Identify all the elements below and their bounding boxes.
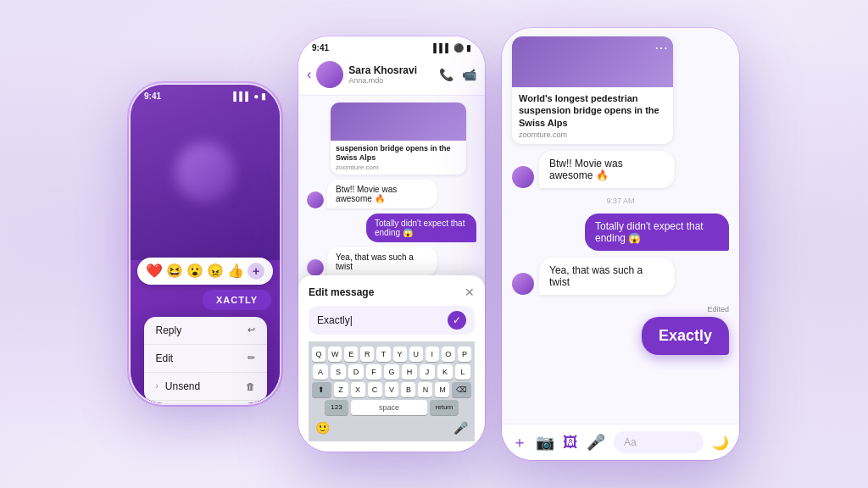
bubble-received-lg-2: Yea, that was such a twist [539, 258, 675, 295]
bubble-received-lg-1: Btw!! Movie was awesome 🔥 [539, 151, 675, 188]
key-z[interactable]: Z [334, 382, 348, 397]
message-sent-lg-1: Totally didn't expect that ending 😱 [512, 214, 729, 251]
context-edit[interactable]: Edit ✏ [144, 345, 267, 373]
key-123[interactable]: 123 [325, 400, 348, 415]
avatar-lg-2 [512, 273, 534, 295]
key-shift[interactable]: ⬆ [312, 382, 331, 397]
reaction-laugh[interactable]: 😆 [166, 263, 183, 279]
key-p[interactable]: P [458, 347, 471, 362]
edit-close-button[interactable]: ✕ [465, 286, 475, 299]
mic-key[interactable]: 🎤 [453, 421, 468, 435]
key-q[interactable]: Q [312, 347, 326, 362]
emoji-key[interactable]: 🙂 [315, 421, 330, 435]
sent-message-bubble-phone1: XACTLY [203, 290, 271, 310]
key-r[interactable]: R [360, 347, 374, 362]
key-d[interactable]: D [348, 364, 364, 380]
unsend-label: Unsend [165, 380, 200, 392]
message-sent-1: Totally didn't expect that ending 😱 [307, 214, 476, 242]
contact-sub: Anna.mdo [348, 76, 434, 85]
key-return[interactable]: return [430, 400, 459, 415]
message-received-lg-2: Yea, that was such a twist [512, 258, 729, 295]
key-backspace[interactable]: ⌫ [452, 382, 471, 397]
link-card-image [331, 103, 466, 141]
edit-modal-title: Edit message [309, 286, 374, 298]
edit-send-button[interactable]: ✓ [448, 311, 466, 330]
back-button[interactable]: ‹ [307, 67, 311, 82]
key-t[interactable]: T [376, 347, 390, 362]
key-y[interactable]: Y [393, 347, 407, 362]
gallery-icon[interactable]: 🖼 [563, 434, 578, 452]
reaction-wow[interactable]: 😮 [186, 263, 203, 279]
key-c[interactable]: C [368, 382, 382, 397]
phone-2: 9:41 ▌▌▌ ⚫ ▮ ‹ Sara Khosravi Anna.mdo 📞 … [298, 36, 485, 452]
key-g[interactable]: G [384, 364, 399, 380]
key-v[interactable]: V [385, 382, 399, 397]
link-card-large: World's longest pedestrian suspension br… [512, 36, 673, 144]
key-f[interactable]: F [366, 364, 381, 380]
link-card-lg-title: World's longest pedestrian suspension br… [519, 92, 666, 129]
reaction-thumbs[interactable]: 👍 [227, 263, 244, 279]
reaction-angry[interactable]: 😠 [207, 263, 224, 279]
key-h[interactable]: H [402, 364, 417, 380]
key-u[interactable]: U [409, 347, 423, 362]
key-k[interactable]: K [437, 364, 453, 380]
key-o[interactable]: O [442, 347, 455, 362]
keyboard-row-1: Q W E R T Y U I O P [312, 347, 471, 362]
key-m[interactable]: M [435, 382, 449, 397]
link-card-domain: zoomture.com [336, 164, 461, 171]
edit-icon: ✏ [248, 352, 255, 363]
edit-modal-header: Edit message ✕ [309, 286, 475, 299]
context-menu-area: ❤️ 😆 😮 😠 👍 + XACTLY Reply ↩ [131, 251, 280, 403]
plus-icon[interactable]: ＋ [512, 432, 527, 452]
keyboard-row-4: 123 space return [312, 400, 471, 415]
blurred-avatar-area [131, 85, 280, 260]
key-e[interactable]: E [344, 347, 358, 362]
signal-icons-phone1: ▌▌▌ ● ▮ [233, 92, 266, 101]
reaction-bar[interactable]: ❤️ 😆 😮 😠 👍 + [137, 258, 273, 285]
message-input[interactable]: Aa [614, 431, 704, 453]
moon-icon[interactable]: 🌙 [712, 435, 729, 451]
keyboard-row-2: A S D F G H J K L [312, 364, 471, 380]
trash-icon: 🗑 [246, 381, 255, 391]
more-reactions-button[interactable]: + [248, 263, 264, 280]
time-phone2: 9:41 [312, 43, 329, 53]
unsend-chevron: › [156, 381, 159, 391]
key-j[interactable]: J [420, 364, 435, 380]
key-space[interactable]: space [351, 400, 427, 415]
edit-text-input[interactable]: Exactly| [317, 314, 442, 326]
status-bar-phone2: 9:41 ▌▌▌ ⚫ ▮ [298, 36, 485, 56]
edit-label: Edit [156, 352, 174, 364]
link-card-lg-body: World's longest pedestrian suspension br… [512, 87, 673, 144]
key-a[interactable]: A [313, 364, 328, 380]
key-x[interactable]: X [351, 382, 365, 397]
context-menu: Reply ↩ Edit ✏ › Unsend 🗑 [144, 317, 267, 403]
link-card-title: suspension bridge opens in the Swiss Alp… [336, 144, 461, 163]
key-s[interactable]: S [331, 364, 346, 380]
contact-name: Sara Khosravi [348, 64, 434, 76]
bubble-sent-1: Totally didn't expect that ending 😱 [366, 214, 476, 242]
keyboard-row-3: ⬆ Z X C V B N M ⌫ [312, 382, 471, 397]
message-received-lg-1: Btw!! Movie was awesome 🔥 [512, 151, 729, 188]
call-icon[interactable]: 📞 [439, 68, 453, 81]
message-received-2: Yea, that was such a twist [307, 247, 476, 276]
context-reply[interactable]: Reply ↩ [144, 317, 267, 345]
video-icon[interactable]: 📹 [462, 68, 476, 81]
context-unsend[interactable]: › Unsend 🗑 [144, 373, 267, 401]
edit-message-modal: Edit message ✕ Exactly| ✓ Q W E R T Y U … [298, 275, 485, 452]
bubble-sent-lg-1: Totally didn't expect that ending 😱 [585, 214, 729, 251]
reply-label: Reply [156, 324, 182, 336]
link-card: suspension bridge opens in the Swiss Alp… [331, 103, 466, 175]
key-w[interactable]: W [328, 347, 342, 362]
status-bar-phone1: 9:41 ▌▌▌ ● ▮ [131, 92, 280, 101]
avatar-lg-1 [512, 166, 534, 188]
context-more[interactable]: › More ⊘ [144, 401, 267, 403]
key-i[interactable]: I [426, 347, 439, 362]
avatar-small-2 [307, 259, 324, 276]
reaction-heart[interactable]: ❤️ [146, 263, 163, 279]
key-b[interactable]: B [401, 382, 415, 397]
key-n[interactable]: N [418, 382, 432, 397]
key-l[interactable]: L [455, 364, 470, 380]
edited-message-container: Edited Exactly [512, 305, 729, 355]
mic-icon[interactable]: 🎤 [587, 433, 605, 452]
camera-icon[interactable]: 📷 [536, 433, 554, 452]
